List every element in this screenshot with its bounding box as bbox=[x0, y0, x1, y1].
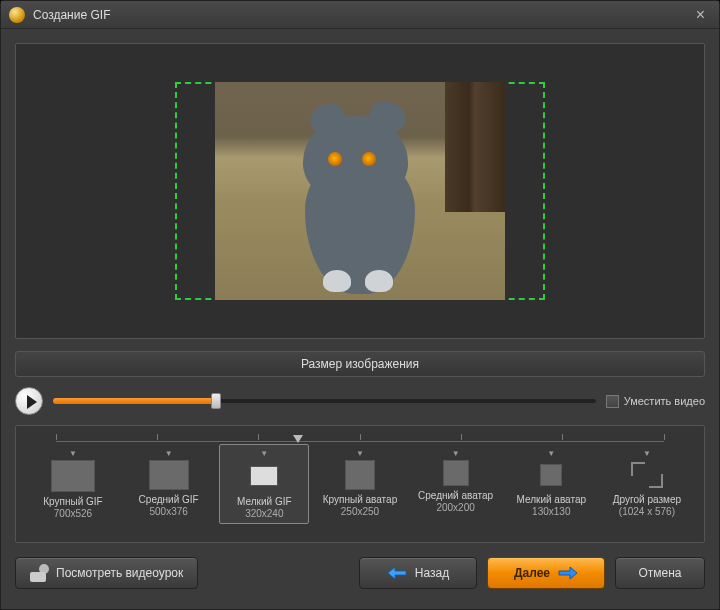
preset-label: Средний аватар bbox=[412, 490, 500, 502]
preset-thumb bbox=[250, 466, 278, 486]
expand-icon bbox=[629, 460, 665, 490]
ruler-marker-icon[interactable] bbox=[293, 435, 303, 443]
preset-label: Другой размер bbox=[603, 494, 691, 506]
next-button-label: Далее bbox=[514, 566, 550, 580]
tutorial-button[interactable]: Посмотреть видеоурок bbox=[15, 557, 198, 589]
video-tutorial-icon bbox=[30, 564, 48, 582]
preset-dim: (1024 x 576) bbox=[603, 506, 691, 517]
preset-panel: ▼ Крупный GIF 700x526 ▼ Средний GIF 500x… bbox=[15, 425, 705, 543]
chevron-down-icon: ▼ bbox=[125, 449, 213, 458]
checkbox-icon bbox=[606, 395, 619, 408]
chevron-down-icon: ▼ bbox=[316, 449, 404, 458]
chevron-down-icon: ▼ bbox=[507, 449, 595, 458]
preview-panel bbox=[15, 43, 705, 339]
preset-label: Крупный GIF bbox=[29, 496, 117, 508]
tutorial-button-label: Посмотреть видеоурок bbox=[56, 566, 183, 580]
cancel-button[interactable]: Отмена bbox=[615, 557, 705, 589]
preset-row: ▼ Крупный GIF 700x526 ▼ Средний GIF 500x… bbox=[16, 444, 704, 524]
section-header: Размер изображения bbox=[15, 351, 705, 377]
arrow-right-icon bbox=[558, 566, 578, 580]
preset-thumb bbox=[149, 460, 189, 490]
next-button[interactable]: Далее bbox=[487, 557, 605, 589]
preset-thumb bbox=[540, 464, 562, 486]
slider-row: Уместить видео bbox=[15, 387, 705, 415]
preset-small-avatar[interactable]: ▼ Мелкий аватар 130x130 bbox=[506, 444, 596, 524]
preset-dim: 500x376 bbox=[125, 506, 213, 517]
preset-medium-gif[interactable]: ▼ Средний GIF 500x376 bbox=[124, 444, 214, 524]
crop-frame[interactable] bbox=[175, 82, 545, 300]
back-button-label: Назад bbox=[415, 566, 449, 580]
slider-thumb[interactable] bbox=[211, 393, 221, 409]
preset-custom-size[interactable]: ▼ Другой размер (1024 x 576) bbox=[602, 444, 692, 524]
preset-large-avatar[interactable]: ▼ Крупный аватар 250x250 bbox=[315, 444, 405, 524]
preset-dim: 320x240 bbox=[220, 508, 308, 519]
preset-label: Мелкий GIF bbox=[220, 496, 308, 508]
preset-dim: 700x526 bbox=[29, 508, 117, 519]
preview-image bbox=[215, 82, 505, 300]
titlebar: Создание GIF × bbox=[1, 1, 719, 29]
fit-video-label: Уместить видео bbox=[624, 395, 705, 407]
bottom-row: Посмотреть видеоурок Назад Далее Отмена bbox=[15, 557, 705, 589]
size-slider[interactable] bbox=[53, 398, 596, 404]
preset-large-gif[interactable]: ▼ Крупный GIF 700x526 bbox=[28, 444, 118, 524]
play-button[interactable] bbox=[15, 387, 43, 415]
chevron-down-icon: ▼ bbox=[220, 449, 308, 458]
content-area: Размер изображения Уместить видео ▼ bbox=[1, 29, 719, 603]
preset-dim: 200x200 bbox=[412, 502, 500, 513]
preset-label: Крупный аватар bbox=[316, 494, 404, 506]
preset-label: Средний GIF bbox=[125, 494, 213, 506]
chevron-down-icon: ▼ bbox=[29, 449, 117, 458]
back-button[interactable]: Назад bbox=[359, 557, 477, 589]
preset-dim: 130x130 bbox=[507, 506, 595, 517]
app-icon bbox=[9, 7, 25, 23]
fit-video-checkbox[interactable]: Уместить видео bbox=[606, 395, 705, 408]
window-title: Создание GIF bbox=[33, 8, 690, 22]
cancel-button-label: Отмена bbox=[638, 566, 681, 580]
preset-dim: 250x250 bbox=[316, 506, 404, 517]
preset-label: Мелкий аватар bbox=[507, 494, 595, 506]
arrow-left-icon bbox=[387, 566, 407, 580]
close-icon[interactable]: × bbox=[690, 6, 711, 24]
preset-medium-avatar[interactable]: ▼ Средний аватар 200x200 bbox=[411, 444, 501, 524]
dialog-window: Создание GIF × Размер изображения bbox=[0, 0, 720, 610]
chevron-down-icon: ▼ bbox=[412, 449, 500, 458]
chevron-down-icon: ▼ bbox=[603, 449, 691, 458]
tick-ruler bbox=[56, 432, 664, 442]
preset-thumb bbox=[51, 460, 95, 492]
preset-small-gif[interactable]: ▼ Мелкий GIF 320x240 bbox=[219, 444, 309, 524]
preset-thumb bbox=[345, 460, 375, 490]
preset-thumb bbox=[443, 460, 469, 486]
